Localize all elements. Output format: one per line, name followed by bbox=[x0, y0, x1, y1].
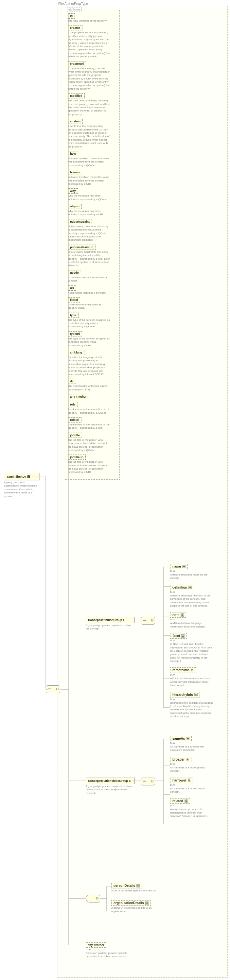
crg-sequence[interactable] bbox=[141, 778, 155, 786]
attr-xml-lang: xml:langSpecifies the language of this p… bbox=[68, 350, 117, 376]
attr-modified: modifiedThe date (and, optionally, the t… bbox=[68, 93, 117, 116]
choice-indicator[interactable] bbox=[86, 895, 100, 903]
attr-why: whyWhy the metadata has been included - … bbox=[68, 188, 117, 201]
attr-any---other: any ##other bbox=[68, 394, 117, 399]
element-remoteInfo[interactable]: remoteInfo ⊞0..∞A link to an item or a w… bbox=[170, 667, 212, 687]
attr-uri: uriA URI which identifies a concept. bbox=[68, 285, 117, 294]
element-narrower[interactable]: narrower ⊞0..∞An identifier of a more sp… bbox=[170, 778, 212, 794]
element-name[interactable]: name ⊞0..∞A natural language name for th… bbox=[170, 564, 212, 580]
attr-howuri: howuriIndicates by which means the value… bbox=[68, 170, 117, 186]
element-sameAs[interactable]: sameAs ⊞0..∞An identifier of a concept w… bbox=[170, 736, 212, 752]
element-note[interactable]: note ⊞0..∞Additional natural language in… bbox=[170, 612, 212, 628]
concept-relationships-group[interactable]: ConceptRelationshipsGroup ⊟ A group of p… bbox=[86, 778, 135, 795]
concept-definition-group[interactable]: ConceptDefinitionGroup ⊟ A group of prop… bbox=[86, 617, 135, 631]
sequence-indicator[interactable] bbox=[46, 686, 60, 694]
attr-custom: customIf set to true the corresponding p… bbox=[68, 119, 117, 148]
element-facet[interactable]: facet ⊞0..∞In NAR 1.8 and later. facet i… bbox=[170, 633, 212, 663]
element-broader[interactable]: broader ⊞0..∞An identifier of a more gen… bbox=[170, 757, 212, 773]
attr-pubconstraint: pubconstraintOne or many constraints tha… bbox=[68, 219, 117, 242]
element-hierarchyInfo[interactable]: hierarchyInfo ⊞0..∞Represents the positi… bbox=[170, 692, 212, 718]
element-related[interactable]: related ⊞0..∞A related concept, where th… bbox=[170, 798, 212, 818]
attr-dir: dirThe directionality of textual content… bbox=[68, 379, 117, 391]
contributor-element[interactable]: contributor ⊟ A party (person or organis… bbox=[4, 473, 40, 498]
attr-roleuri: roleuriA refinement of the semantics of … bbox=[68, 417, 117, 430]
extension-any: any ##other 0..∞ Extension point for pro… bbox=[86, 942, 128, 958]
attr-qcode: qcodeA qualified code which identifies a… bbox=[68, 270, 117, 283]
attr-whyuri: whyuriWhy the metadata has been included… bbox=[68, 204, 117, 216]
choice-personDetails[interactable]: personDetails ⊞A set of properties speci… bbox=[111, 883, 160, 892]
attr-jobtitleuri: jobtitleuriThe job title of the person w… bbox=[68, 455, 117, 474]
element-definition[interactable]: definition ⊞0..∞A natural language defin… bbox=[170, 585, 212, 608]
attr-type: typeThe type of the concept assigned as … bbox=[68, 313, 117, 329]
attr-pubconstrainturi: pubconstrainturiOne or many constraints … bbox=[68, 245, 117, 267]
attr-literal: literalA free-text value assigned as pro… bbox=[68, 297, 117, 310]
choice-organisationDetails[interactable]: organisationDetails ⊞A group of properti… bbox=[111, 900, 160, 913]
attr-creator: creatorIf the property value is not defi… bbox=[68, 25, 117, 58]
attr-role: roleA refinement of the semantics of the… bbox=[68, 402, 117, 415]
attr-typeuri: typeuriThe type of the concept assigned … bbox=[68, 331, 117, 347]
attr-creatoruri: creatoruriIf the attribute is empty, spe… bbox=[68, 61, 117, 91]
attr-id: idThe local identifier of the property. bbox=[68, 13, 117, 22]
cdg-sequence[interactable] bbox=[141, 617, 155, 625]
attr-how: howIndicates by which means the value wa… bbox=[68, 151, 117, 167]
attributes-container: attributes idThe local identifier of the… bbox=[65, 10, 120, 482]
type-label: FlexAuthorPropType bbox=[58, 2, 88, 6]
attr-jobtitle: jobtitleThe job title of the person who … bbox=[68, 433, 117, 452]
